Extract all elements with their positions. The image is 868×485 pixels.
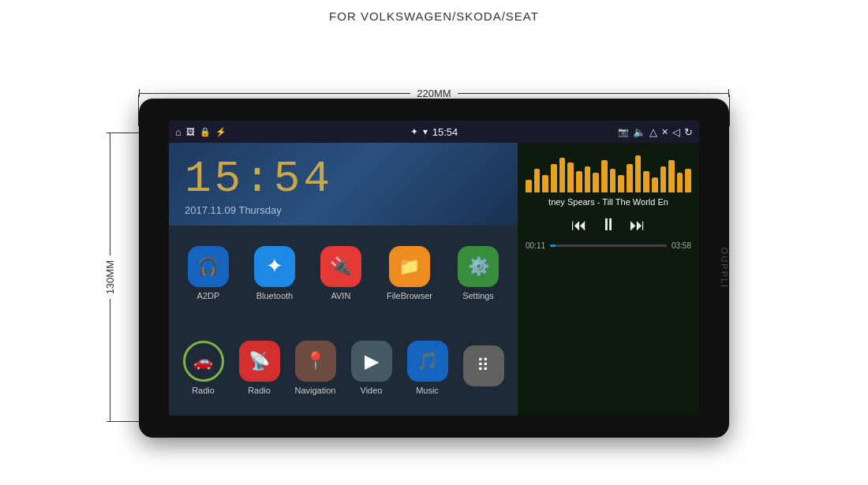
navigation-icon: 📍	[295, 341, 336, 382]
eq-bar	[593, 173, 599, 192]
eject-icon: △	[649, 126, 657, 138]
device-unit: MIC GPS RST ⌂ 🖼 🔒 ⚡ ✦ ▾ 15:54 📷 🔈 △ ✕ ◁	[139, 99, 729, 438]
equalizer	[526, 149, 691, 192]
filebrowser-icon: 📁	[389, 246, 430, 287]
avin-label: AVIN	[331, 291, 351, 300]
play-button[interactable]: ⏸	[600, 215, 617, 235]
video-icon: ▶	[351, 341, 392, 382]
screen: ⌂ 🖼 🔒 ⚡ ✦ ▾ 15:54 📷 🔈 △ ✕ ◁ ↻	[169, 121, 699, 416]
eq-bar	[618, 175, 624, 192]
screen-content: 15:54 2017.11.09 Thursday 🎧 A2DP ✦ Bluet…	[169, 143, 699, 416]
music-icon: 🎵	[407, 341, 448, 382]
dim-width-label: 220MM	[410, 88, 457, 99]
clock-date: 2017.11.09 Thursday	[185, 204, 502, 216]
app-row-1: 🎧 A2DP ✦ Bluetooth 🔌 AVIN 📁	[169, 226, 518, 321]
eq-bar	[668, 160, 675, 192]
eq-bar	[635, 155, 642, 192]
a2dp-label: A2DP	[197, 291, 220, 300]
eq-bar	[567, 162, 574, 193]
music-player: tney Spears - Till The World En ⏮ ⏸ ⏭ 00…	[518, 143, 699, 416]
eq-bar	[652, 177, 658, 192]
dim-height-container: 130MM	[104, 132, 116, 422]
status-time: 15:54	[432, 126, 458, 138]
progress-row: 00:11 03:58	[526, 241, 691, 250]
app-settings[interactable]: ⚙️ Settings	[458, 246, 499, 300]
settings-icon: ⚙️	[458, 246, 499, 287]
dim-line-h2	[458, 93, 728, 94]
app-a2dp[interactable]: 🎧 A2DP	[188, 246, 229, 300]
app-video[interactable]: ▶ Video	[351, 341, 392, 395]
radio-label: Radio	[248, 386, 271, 395]
bluetooth-icon: ✦	[254, 246, 295, 287]
eq-bar	[627, 164, 633, 192]
time-total: 03:58	[672, 241, 691, 250]
app-row-2: 🚗 Radio 📡 Radio 📍 Navigation ▶	[169, 321, 518, 416]
volume-icon: 🔈	[633, 126, 645, 138]
eq-bar	[643, 171, 649, 193]
radio-icon: 📡	[239, 341, 280, 382]
dim-tick-top	[113, 132, 140, 133]
dim-tick-right	[729, 95, 730, 126]
navigation-label: Navigation	[295, 386, 336, 395]
camera-icon: 📷	[618, 127, 629, 137]
dim-line-v1	[110, 133, 110, 256]
app-filebrowser[interactable]: 📁 FileBrowser	[387, 246, 432, 300]
app-radio[interactable]: 📡 Radio	[239, 341, 280, 395]
wifi-icon: ▾	[423, 126, 428, 137]
image-icon: 🖼	[186, 127, 195, 136]
stop-icon: ✕	[661, 127, 668, 137]
page-title: FOR VOLKSWAGEN/SKODA/SEAT	[0, 0, 868, 23]
eq-bar	[534, 169, 541, 192]
car-label: Radio	[192, 386, 215, 395]
progress-fill	[550, 244, 556, 247]
app-more[interactable]: ⠿	[463, 345, 504, 390]
settings-label: Settings	[462, 291, 494, 300]
eq-bar	[526, 180, 532, 193]
clock-widget: 15:54 2017.11.09 Thursday	[169, 143, 518, 226]
usb-icon: ⚡	[215, 127, 226, 137]
clock-time: 15:54	[185, 157, 502, 201]
app-avin[interactable]: 🔌 AVIN	[320, 246, 361, 300]
dim-line-v2	[110, 299, 110, 421]
filebrowser-label: FileBrowser	[387, 291, 432, 300]
song-title: tney Spears - Till The World En	[526, 197, 691, 207]
progress-bar[interactable]	[550, 244, 667, 247]
watermark: OUPPLI	[720, 248, 729, 289]
app-music[interactable]: 🎵 Music	[407, 341, 448, 395]
a2dp-icon: 🎧	[188, 246, 229, 287]
time-elapsed: 00:11	[526, 241, 545, 250]
eq-bar	[542, 175, 548, 192]
status-bar: ⌂ 🖼 🔒 ⚡ ✦ ▾ 15:54 📷 🔈 △ ✕ ◁ ↻	[169, 121, 699, 143]
car-icon: 🚗	[183, 341, 224, 382]
player-controls: ⏮ ⏸ ⏭	[571, 215, 645, 235]
app-bluetooth[interactable]: ✦ Bluetooth	[254, 246, 295, 300]
video-label: Video	[361, 386, 383, 395]
eq-bar	[585, 166, 591, 192]
eq-bar	[677, 173, 683, 192]
bluetooth-status-icon: ✦	[410, 126, 418, 137]
prev-button[interactable]: ⏮	[571, 216, 587, 234]
dim-line-h	[140, 93, 410, 94]
dim-height-label: 130MM	[104, 256, 116, 299]
home-icon: ⌂	[175, 126, 181, 138]
next-button[interactable]: ⏭	[630, 216, 645, 234]
eq-bar	[601, 160, 608, 192]
eq-bar	[559, 158, 566, 192]
lock-icon: 🔒	[200, 127, 211, 137]
eq-bar	[576, 171, 582, 193]
android-home-icon: ↻	[684, 126, 693, 138]
bluetooth-label: Bluetooth	[256, 291, 293, 300]
app-navigation[interactable]: 📍 Navigation	[295, 341, 336, 395]
music-label: Music	[416, 386, 439, 395]
app-car[interactable]: 🚗 Radio	[183, 341, 224, 395]
back-icon: ◁	[672, 126, 680, 138]
app-grid: 🎧 A2DP ✦ Bluetooth 🔌 AVIN 📁	[169, 226, 518, 416]
eq-bar	[685, 169, 691, 192]
left-panel: 15:54 2017.11.09 Thursday 🎧 A2DP ✦ Bluet…	[169, 143, 518, 416]
eq-bar	[551, 164, 557, 192]
eq-bar	[610, 169, 616, 192]
avin-icon: 🔌	[320, 246, 361, 287]
dim-tick-bottom	[113, 421, 140, 422]
eq-bar	[660, 166, 667, 192]
more-apps-icon: ⠿	[463, 345, 504, 386]
